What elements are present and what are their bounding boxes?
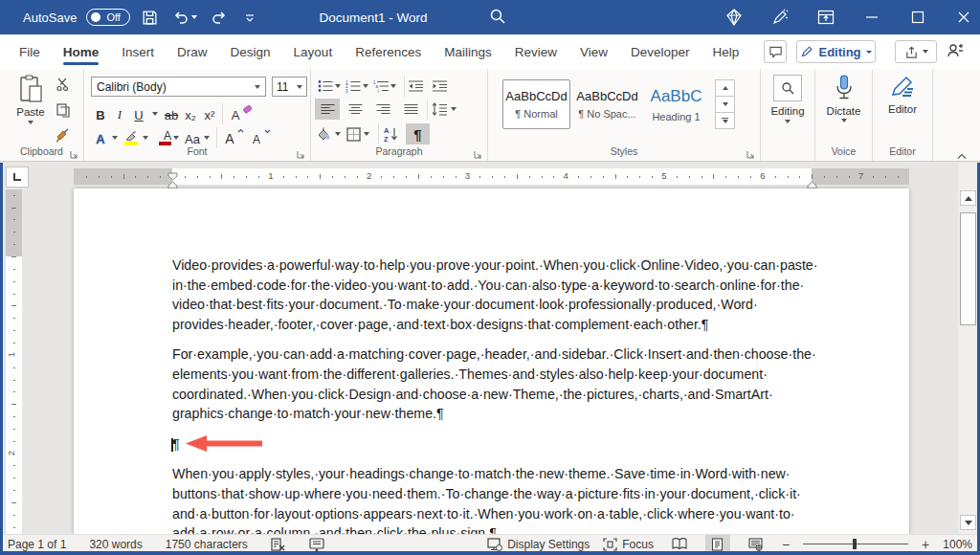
word-count[interactable]: 320 words (89, 538, 142, 551)
tab-design[interactable]: Design (219, 36, 282, 68)
paste-button[interactable]: Paste (10, 75, 52, 144)
show-formatting-marks-button[interactable]: ¶ (406, 123, 430, 144)
text-effects-button[interactable]: A (91, 128, 110, 147)
line-spacing-dropdown[interactable] (451, 107, 457, 111)
font-size-select[interactable]: 11 (272, 77, 307, 97)
macro-recording-icon[interactable] (309, 538, 324, 551)
editor-button[interactable]: Editor (873, 75, 932, 115)
align-left-button[interactable] (315, 99, 340, 120)
zoom-slider[interactable] (803, 535, 908, 553)
tab-selector[interactable] (6, 166, 29, 188)
justify-button[interactable] (398, 99, 423, 120)
tab-view[interactable]: View (568, 36, 619, 68)
align-right-button[interactable] (370, 99, 395, 120)
styles-more-button[interactable] (716, 113, 734, 128)
style-no-spacing[interactable]: AaBbCcDd ¶ No Spac... (573, 79, 641, 129)
highlight-button[interactable] (122, 128, 141, 147)
tab-file[interactable]: File (8, 36, 52, 68)
multilevel-list-button[interactable]: 1ai (373, 76, 389, 97)
print-layout-button[interactable] (705, 535, 730, 553)
inking-pen-icon[interactable] (769, 7, 791, 28)
increase-indent-button[interactable] (432, 76, 448, 97)
multilevel-dropdown[interactable] (390, 84, 396, 88)
horizontal-ruler[interactable]: 1234567 (74, 168, 909, 185)
bold-button[interactable]: B (91, 104, 110, 123)
vertical-scrollbar[interactable] (958, 163, 977, 534)
customize-quick-access-icon[interactable] (239, 7, 260, 28)
people-icon[interactable] (946, 42, 965, 63)
styles-scroll-up[interactable] (716, 80, 734, 97)
minimize-button[interactable] (861, 7, 882, 28)
copy-button[interactable] (56, 102, 72, 122)
superscript-button[interactable]: x² (200, 104, 219, 123)
editing-menu-button[interactable]: Editing (761, 75, 814, 123)
search-icon[interactable] (488, 7, 507, 30)
clipboard-dialog-launcher[interactable] (70, 145, 79, 155)
zoom-in-button[interactable]: + (922, 537, 929, 552)
redo-button[interactable] (209, 7, 230, 28)
web-layout-button[interactable] (744, 535, 768, 553)
dictate-button[interactable]: Dictate (815, 75, 872, 122)
vertical-ruler[interactable]: 12 (6, 189, 22, 534)
sort-button[interactable]: AZ (384, 123, 399, 144)
strikethrough-button[interactable]: ab (162, 104, 181, 123)
shrink-font-button[interactable]: A (247, 128, 266, 147)
styles-scroll-down[interactable] (716, 97, 734, 113)
ribbon-display-options-icon[interactable] (815, 7, 836, 28)
shading-button[interactable] (316, 123, 332, 144)
change-case-button[interactable]: Aa (183, 128, 202, 147)
cut-button[interactable] (56, 77, 72, 96)
tab-layout[interactable]: Layout (282, 36, 345, 68)
close-button[interactable] (953, 7, 974, 28)
character-count[interactable]: 1750 characters (166, 538, 248, 551)
bullets-button[interactable] (318, 76, 333, 97)
format-painter-button[interactable] (56, 128, 72, 147)
font-name-select[interactable]: Calibri (Body) (91, 77, 266, 97)
clear-formatting-button[interactable]: A (226, 104, 245, 123)
shading-dropdown[interactable] (335, 132, 341, 136)
editing-mode-dropdown[interactable]: Editing (796, 40, 876, 63)
scroll-up-button[interactable] (960, 190, 976, 206)
font-dialog-launcher[interactable] (297, 145, 306, 155)
read-mode-button[interactable] (667, 535, 692, 553)
style-heading1[interactable]: AaBbC Heading 1 (642, 79, 710, 129)
zoom-level[interactable]: 100% (943, 538, 972, 551)
font-color-button[interactable]: A (152, 128, 171, 147)
share-button[interactable] (895, 40, 937, 63)
numbering-button[interactable]: 123 (345, 76, 361, 97)
maximize-button[interactable] (907, 7, 928, 28)
display-settings-button[interactable]: Display Settings (487, 538, 590, 551)
paragraph-dialog-launcher[interactable] (474, 145, 483, 155)
scroll-down-button[interactable] (960, 515, 976, 530)
text-effects-dropdown[interactable] (112, 136, 118, 140)
borders-button[interactable] (346, 123, 361, 144)
document-text[interactable]: Video·provides·a·powerful·way·to·help·yo… (172, 255, 819, 534)
grow-font-button[interactable]: A (220, 128, 239, 147)
highlight-dropdown[interactable] (143, 136, 148, 140)
align-center-button[interactable] (343, 99, 368, 120)
decrease-indent-button[interactable] (408, 76, 424, 97)
change-case-dropdown[interactable] (204, 136, 210, 140)
numbering-dropdown[interactable] (363, 84, 368, 88)
autosave-toggle[interactable]: Off (86, 9, 129, 26)
tab-insert[interactable]: Insert (110, 36, 166, 68)
focus-button[interactable]: Focus (603, 538, 654, 551)
tab-help[interactable]: Help (702, 36, 751, 68)
proofing-errors-icon[interactable] (271, 538, 286, 551)
coming-soon-icon[interactable] (724, 7, 745, 28)
style-normal[interactable]: AaBbCcDd ¶ Normal (502, 79, 570, 129)
save-button[interactable] (140, 7, 161, 28)
comments-button[interactable] (764, 40, 787, 63)
scroll-thumb[interactable] (960, 212, 976, 325)
underline-button[interactable]: U (129, 104, 148, 123)
undo-button[interactable] (170, 7, 199, 28)
collapse-ribbon-button[interactable] (957, 147, 967, 155)
zoom-out-button[interactable]: − (782, 537, 790, 552)
subscript-button[interactable]: x₂ (181, 104, 200, 123)
page-indicator[interactable]: Page 1 of 1 (8, 538, 66, 551)
tab-review[interactable]: Review (503, 36, 568, 68)
underline-dropdown[interactable] (152, 112, 158, 116)
styles-dialog-launcher[interactable] (746, 145, 756, 155)
tab-mailings[interactable]: Mailings (433, 36, 503, 68)
tab-references[interactable]: References (344, 36, 433, 68)
